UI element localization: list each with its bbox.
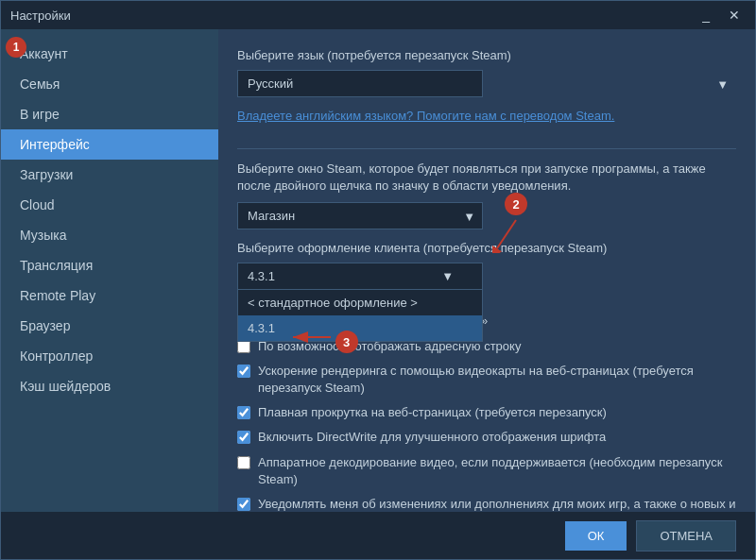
- checkbox-notify-label: Уведомлять меня об изменениях или дополн…: [258, 496, 736, 512]
- sidebar-item-controller[interactable]: Контроллер: [1, 341, 218, 371]
- checkbox-row-notify: Уведомлять меня об изменениях или дополн…: [237, 496, 736, 512]
- checkbox-smoothscroll-label: Плавная прокрутка на веб-страницах (треб…: [258, 404, 607, 421]
- checkbox-row-hwdecode: Аппаратное декодирование видео, если под…: [237, 454, 736, 488]
- checkbox-directwrite-label: Включить DirectWrite для улучшенного ото…: [258, 429, 606, 446]
- skin-section-label: Выберите оформление клиента (потребуется…: [237, 241, 736, 255]
- checkbox-gpu[interactable]: [237, 365, 250, 378]
- titlebar-controls: _ ✕: [696, 6, 746, 25]
- bottom-bar: ОК ОТМЕНА: [1, 512, 755, 559]
- skin-option-default[interactable]: < стандартное оформление >: [238, 290, 482, 315]
- sidebar-item-music[interactable]: Музыка: [1, 220, 218, 250]
- sidebar-item-interface[interactable]: Интерфейс: [1, 129, 218, 160]
- lang-dropdown-container: Русский ▼: [237, 70, 736, 97]
- skin-dropdown-display[interactable]: 4.3.1 ▼: [237, 263, 483, 290]
- lang-section-label: Выберите язык (потребуется перезапуск St…: [237, 48, 736, 62]
- skin-dropdown-arrow-icon: ▼: [441, 269, 454, 283]
- cancel-button[interactable]: ОТМЕНА: [636, 520, 736, 552]
- main-panel: Выберите язык (потребуется перезапуск St…: [218, 29, 755, 512]
- titlebar: Настройки _ ✕: [1, 1, 755, 29]
- sidebar-item-broadcast[interactable]: Трансляция: [1, 250, 218, 280]
- checkbox-hwdecode[interactable]: [237, 456, 250, 469]
- content-area: 1 Аккаунт Семья В игре Интерфейс Загрузк…: [1, 29, 755, 512]
- checkbox-row-directwrite: Включить DirectWrite для улучшенного ото…: [237, 429, 736, 446]
- sidebar-item-downloads[interactable]: Загрузки: [1, 160, 218, 190]
- translation-link[interactable]: Владеете английским языком? Помогите нам…: [237, 109, 614, 123]
- svg-line-1: [497, 220, 516, 248]
- checkbox-smoothscroll[interactable]: [237, 406, 250, 419]
- lang-dropdown[interactable]: Русский: [237, 70, 483, 97]
- sidebar-item-shadercache[interactable]: Кэш шейдеров: [1, 371, 218, 401]
- sidebar-item-browser[interactable]: Браузер: [1, 311, 218, 341]
- sidebar-item-cloud[interactable]: Cloud: [1, 190, 218, 220]
- minimize-button[interactable]: _: [696, 6, 715, 25]
- skin-dropdown-open: 4.3.1 ▼ < стандартное оформление > 4.3.1: [237, 263, 483, 290]
- sidebar: 1 Аккаунт Семья В игре Интерфейс Загрузк…: [1, 29, 218, 512]
- window-section-label: Выберите окно Steam, которое будет появл…: [237, 161, 736, 195]
- skin-dropdown-menu: < стандартное оформление > 4.3.1: [237, 290, 483, 342]
- checkbox-row-gpu: Ускорение рендеринга с помощью видеокарт…: [237, 363, 736, 397]
- annotation-badge-3: 3: [335, 331, 358, 353]
- checkbox-directwrite[interactable]: [237, 431, 250, 444]
- divider-1: [237, 148, 736, 149]
- checkbox-notify[interactable]: [237, 498, 250, 511]
- arrow-3-icon: [284, 328, 331, 356]
- window-title: Настройки: [10, 8, 71, 23]
- checkbox-gpu-label: Ускорение рендеринга с помощью видеокарт…: [258, 363, 736, 397]
- sidebar-item-ingame[interactable]: В игре: [1, 99, 218, 129]
- arrow-2-icon: [492, 215, 540, 253]
- annotation-badge-2: 2: [505, 193, 527, 215]
- lang-dropdown-arrow-icon: ▼: [716, 76, 729, 91]
- annotation-badge-1: 1: [6, 37, 26, 58]
- sidebar-item-family[interactable]: Семья: [1, 69, 218, 99]
- close-button[interactable]: ✕: [723, 6, 746, 25]
- sidebar-item-account[interactable]: Аккаунт: [1, 39, 218, 69]
- skin-option-431[interactable]: 4.3.1: [238, 315, 482, 341]
- window-dropdown[interactable]: Магазин: [237, 202, 483, 229]
- checkbox-row-smoothscroll: Плавная прокрутка на веб-страницах (треб…: [237, 404, 736, 421]
- sidebar-item-remoteplay[interactable]: Remote Play: [1, 280, 218, 311]
- checkbox-hwdecode-label: Аппаратное декодирование видео, если под…: [258, 454, 736, 488]
- settings-window: Настройки _ ✕ 1 Аккаунт Семья В игре Инт…: [0, 0, 756, 560]
- ok-button[interactable]: ОК: [565, 521, 627, 551]
